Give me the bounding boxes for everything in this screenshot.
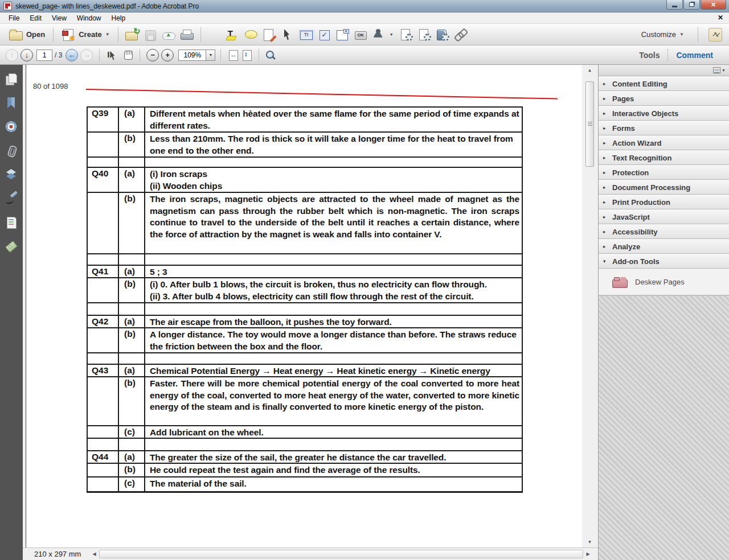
save-as-icon[interactable] [125, 28, 140, 42]
open-button[interactable]: Open [6, 27, 48, 42]
marquee-zoom-icon[interactable] [264, 50, 276, 61]
restore-button[interactable] [683, 0, 700, 10]
hand-tool-icon[interactable] [122, 49, 134, 61]
stamp-icon[interactable] [371, 28, 386, 42]
section-arrow-icon: ▸ [603, 110, 608, 116]
Edit-icon[interactable]: Edit [24, 13, 47, 23]
attachments-icon[interactable] [5, 145, 18, 157]
doc-scripts-icon[interactable] [435, 28, 450, 42]
section-print-production[interactable]: ▸ Print Production [599, 195, 729, 209]
zoom-level-input[interactable]: 109% [178, 50, 206, 61]
Help-icon[interactable]: Help [107, 13, 131, 23]
scroll-up-arrow-icon[interactable]: ▲ [585, 66, 594, 75]
comment-icon[interactable] [244, 28, 259, 42]
chevron-down-icon[interactable]: ▼ [722, 68, 726, 72]
scroll-right-arrow-icon[interactable]: ▶ [584, 550, 592, 558]
save-icon[interactable] [143, 28, 158, 42]
horizontal-scrollbar-thumb[interactable] [99, 550, 583, 558]
tools-panel-toggle[interactable]: Tools [631, 51, 667, 60]
section-forms[interactable]: ▸ Forms [599, 121, 729, 135]
scroll-left-arrow-icon[interactable]: ◀ [90, 550, 99, 558]
print-icon[interactable] [179, 28, 194, 42]
zoom-dropdown-button[interactable]: ▼ [206, 50, 215, 61]
scroll-down-arrow-icon[interactable]: ▼ [585, 538, 594, 546]
question-part-cell: (a) [119, 266, 145, 277]
question-part-cell: (b) [119, 193, 145, 253]
answer-cell: 5 ; 3 [145, 266, 522, 277]
section-accessibility[interactable]: ▸ Accessibility [599, 224, 729, 239]
question-part-cell [119, 254, 145, 265]
select-tool-icon[interactable] [105, 49, 117, 61]
section-interactive-objects[interactable]: ▸ Interactive Objects [599, 106, 729, 121]
page-thumbnails-icon[interactable] [5, 73, 18, 85]
upload-icon[interactable] [161, 28, 176, 42]
View-icon[interactable]: View [47, 13, 72, 23]
horizontal-scrollbar[interactable]: ◀ ▶ [90, 549, 592, 559]
section-content-editing[interactable]: ▸ Content Editing [599, 76, 729, 91]
previous-page-button[interactable]: ↑ [6, 49, 18, 61]
expand-panes-button[interactable]: ↗↙ [708, 28, 722, 42]
vertical-scrollbar-thumb[interactable] [585, 81, 594, 167]
fit-width-icon[interactable] [228, 50, 238, 61]
text-field-icon[interactable] [298, 28, 313, 42]
create-button[interactable]: Create ▼ [58, 26, 113, 43]
next-page-button[interactable]: ↓ [21, 49, 33, 61]
link-icon[interactable] [453, 28, 468, 42]
section-analyze[interactable]: ▸ Analyze [599, 239, 729, 254]
action-wizard-icon[interactable] [399, 28, 413, 42]
deskew-pages-tool[interactable]: Deskew Pages [599, 269, 729, 295]
content-order-icon[interactable] [5, 216, 18, 229]
zoom-in-button[interactable]: + [161, 49, 174, 61]
question-number-cell: Q40 [88, 168, 119, 192]
document-status-bar: 210 x 297 mm ◀ ▶ [23, 547, 598, 560]
bookmarks-icon[interactable] [5, 97, 18, 109]
fit-page-icon[interactable] [241, 50, 252, 61]
highlight-icon[interactable] [226, 28, 240, 42]
restore-icon [689, 2, 694, 7]
comment-panel-toggle[interactable]: Comment [668, 51, 721, 60]
question-part-cell: (b) [119, 328, 145, 352]
section-arrow-icon: ▸ [603, 155, 608, 160]
section-protection[interactable]: ▸ Protection [599, 165, 729, 180]
section-javascript[interactable]: ▸ JavaScript [599, 209, 729, 224]
edit-doc-icon[interactable] [262, 28, 277, 42]
section-pages[interactable]: ▸ Pages [599, 91, 729, 106]
caret-down-icon[interactable] [390, 28, 395, 42]
answer-cell: Chemical Potential Energy → Heat energy … [145, 365, 522, 376]
toolbar-separator [140, 49, 140, 61]
section-document-processing[interactable]: ▸ Document Processing [599, 180, 729, 195]
close-document-icon[interactable]: ✕ [718, 14, 723, 22]
answer-cell: Less than 210mm. The rod is thick so it … [145, 133, 522, 157]
section-text-recognition[interactable]: ▸ Text Recognition [599, 150, 729, 165]
vertical-scrollbar[interactable]: ▲ ▼ [585, 65, 595, 547]
checkbox-icon[interactable] [317, 28, 331, 42]
question-part-cell: (b) [119, 377, 145, 425]
settings-gear-icon[interactable] [207, 28, 222, 42]
Window-icon[interactable]: Window [72, 13, 107, 23]
open-folder-icon [9, 31, 23, 40]
question-part-cell: (c) [119, 477, 145, 491]
minimize-button[interactable] [666, 0, 683, 10]
section-add-on-tools[interactable]: ▾ Add-on Tools [599, 254, 729, 269]
panel-options-icon[interactable] [713, 67, 720, 73]
select-arrow-icon[interactable] [280, 28, 295, 42]
signatures-icon[interactable] [5, 192, 18, 205]
destinations-icon[interactable] [5, 121, 18, 133]
tags-icon[interactable] [5, 240, 18, 253]
next-view-button[interactable]: → [80, 49, 93, 61]
section-action-wizard[interactable]: ▸ Action Wizard [599, 135, 729, 150]
close-button[interactable]: ✕ [701, 0, 726, 10]
document-pane: 80 of 1098 Q39 (a) Different metals when… [23, 65, 598, 560]
ok-button-icon[interactable] [353, 28, 368, 42]
zoom-out-button[interactable]: − [146, 49, 159, 61]
File-icon[interactable]: File [3, 13, 24, 23]
page-actions-icon[interactable] [417, 28, 432, 42]
answer-cell: Faster. There will be more chemical pote… [145, 377, 522, 425]
layers-icon[interactable] [5, 168, 18, 181]
page-number-input[interactable]: 1 [36, 50, 52, 61]
list-field-icon[interactable] [335, 28, 350, 42]
question-number-cell [88, 353, 119, 364]
customize-button[interactable]: Customize ▼ [638, 28, 687, 40]
previous-view-button[interactable]: ← [65, 49, 78, 61]
deskew-brick-icon [612, 276, 627, 287]
